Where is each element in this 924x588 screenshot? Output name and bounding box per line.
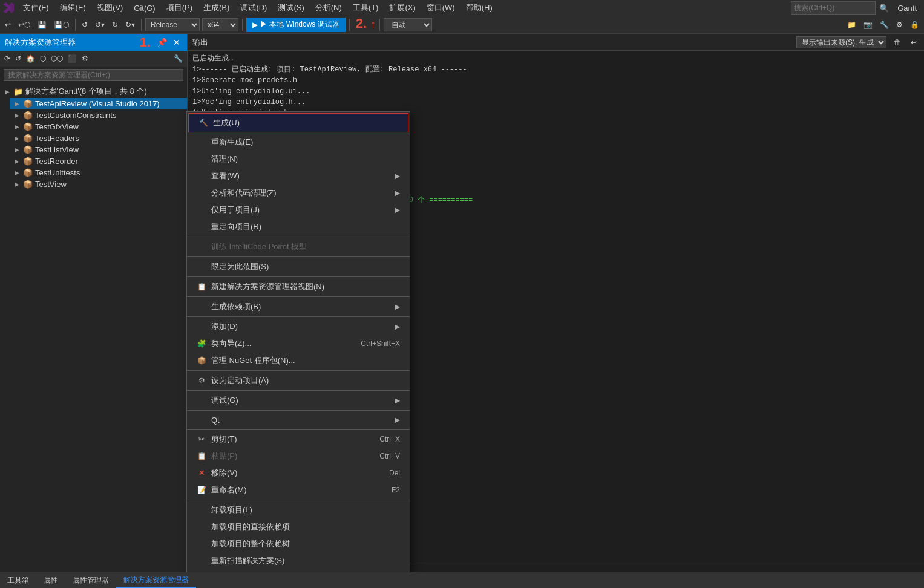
- filter-btn[interactable]: ⚙: [80, 54, 90, 64]
- forward-btn[interactable]: ⬡⬡: [49, 54, 65, 64]
- toolbar-right-3[interactable]: 🔧: [877, 19, 891, 30]
- project-item-4[interactable]: ▶ 📦 TestListView: [10, 144, 187, 155]
- menu-item-tools[interactable]: 工具(T): [348, 1, 384, 15]
- toolbar-btn-3[interactable]: 💾: [35, 19, 49, 30]
- x-icon: ✕: [197, 468, 206, 478]
- separator-2: [141, 19, 142, 31]
- menu-item-edit[interactable]: 编辑(E): [55, 1, 91, 15]
- tab-solution-explorer[interactable]: 解决方案资源管理器: [116, 572, 196, 588]
- toolbar-btn-1[interactable]: ↩: [2, 19, 13, 30]
- back-btn[interactable]: ⬡: [38, 54, 48, 64]
- menu-item-git[interactable]: Git(G): [129, 2, 160, 14]
- undo-btn[interactable]: ↺: [79, 19, 90, 30]
- ctx-paste-label: 粘贴(P): [211, 451, 237, 462]
- home-btn[interactable]: 🏠: [24, 54, 37, 64]
- ctx-remove[interactable]: ✕ 移除(V) Del: [187, 465, 410, 482]
- ctx-startup[interactable]: ⚙ 设为启动项目(A): [187, 372, 410, 389]
- ctx-show-db-errors[interactable]: 显示浏览数据库错误: [187, 569, 410, 572]
- ctx-rebuild[interactable]: 重新生成(E): [187, 134, 410, 151]
- menu-item-file[interactable]: 文件(F): [18, 1, 54, 15]
- pin-icon[interactable]: 📌: [155, 38, 169, 47]
- build-icon: 🔨: [198, 118, 208, 128]
- toolbar-right-1[interactable]: 📁: [845, 19, 859, 30]
- ctx-view[interactable]: 查看(W) ▶: [187, 168, 410, 185]
- menu-item-build[interactable]: 生成(B): [198, 1, 234, 15]
- ctx-deps-label: 生成依赖项(B): [211, 301, 261, 312]
- ctx-unload[interactable]: 卸载项目(L): [187, 501, 410, 518]
- ctx-scope[interactable]: 限定为此范围(S): [187, 258, 410, 275]
- ctx-load-direct[interactable]: 加载项目的直接依赖项: [187, 518, 410, 535]
- configuration-select[interactable]: Release Debug: [145, 18, 200, 31]
- project-item-6[interactable]: ▶ 📦 TestUnittests: [10, 167, 187, 178]
- ctx-nuget-left: 📦 管理 NuGet 程序包(N)...: [197, 355, 295, 366]
- toolbar: ↩ ↩⬡ 💾 💾⬡ ↺ ↺▾ ↻ ↻▾ Release Debug x64 x8…: [0, 16, 924, 34]
- project-item-1[interactable]: ▶ 📦 TestCustomConstraints: [10, 109, 187, 121]
- toolbar-right-5[interactable]: 🔒: [908, 19, 922, 30]
- toolbar-right-4[interactable]: ⚙: [894, 19, 905, 30]
- ctx-clean[interactable]: 清理(N): [187, 151, 410, 168]
- project-item-3[interactable]: ▶ 📦 TestHeaders: [10, 132, 187, 144]
- ctx-qt[interactable]: Qt ▶: [187, 412, 410, 428]
- ctx-debug[interactable]: 调试(G) ▶: [187, 392, 410, 409]
- project-label-4: TestListView: [35, 145, 79, 154]
- redo-btn[interactable]: ↻: [110, 19, 120, 30]
- menu-item-window[interactable]: 窗口(W): [422, 1, 460, 15]
- menu-item-project[interactable]: 项目(P): [162, 1, 197, 15]
- ctx-deps[interactable]: 生成依赖项(B) ▶: [187, 298, 410, 315]
- tab-property-manager[interactable]: 属性管理器: [65, 572, 116, 588]
- output-line-4: 1>Moc'ing entrydialog.h...: [192, 97, 919, 108]
- menu-item-extensions[interactable]: 扩展(X): [384, 1, 420, 15]
- sep-1: [187, 237, 410, 237]
- platform-select[interactable]: x64 x86: [202, 18, 238, 31]
- run-button[interactable]: ▶ ▶ 本地 Windows 调试器: [246, 18, 346, 32]
- ctx-retarget[interactable]: 重定向项目(R): [187, 218, 410, 235]
- menu-item-view[interactable]: 视图(V): [92, 1, 128, 15]
- tab-toolbox[interactable]: 工具箱: [0, 572, 36, 588]
- toolbar-btn-4[interactable]: 💾⬡: [51, 19, 71, 30]
- ctx-project-only[interactable]: 仅用于项目(J) ▶: [187, 201, 410, 218]
- tab-properties[interactable]: 属性: [36, 572, 65, 588]
- output-source-select[interactable]: 显示输出来源(S): 生成: [796, 36, 886, 48]
- output-clear-btn[interactable]: 🗑: [891, 37, 903, 48]
- solution-node[interactable]: ▶ 📁 解决方案'Gantt'(8 个项目，共 8 个): [0, 85, 187, 98]
- output-wrap-btn[interactable]: ↩: [908, 37, 919, 48]
- ctx-build[interactable]: 🔨 生成(U): [188, 113, 408, 132]
- menu-item-help[interactable]: 帮助(H): [461, 1, 497, 15]
- redo-btn-2[interactable]: ↻▾: [123, 19, 137, 30]
- ctx-analyze[interactable]: 分析和代码清理(Z) ▶: [187, 185, 410, 201]
- toolbar-right-2[interactable]: 📷: [861, 19, 875, 30]
- ctx-add[interactable]: 添加(D) ▶: [187, 318, 410, 335]
- menu-item-test[interactable]: 测试(S): [273, 1, 309, 15]
- refresh-btn[interactable]: ↺: [13, 54, 23, 64]
- ctx-intellicode: 训练 IntelliCode Poirot 模型: [187, 238, 410, 255]
- project-icon-5: 📦: [23, 157, 33, 166]
- ctx-new-view-label: 新建解决方案资源管理器视图(N): [211, 281, 324, 292]
- solution-search-input[interactable]: [4, 69, 183, 81]
- ctx-nuget[interactable]: 📦 管理 NuGet 程序包(N)...: [187, 352, 410, 369]
- sep-5: [187, 316, 410, 317]
- annotation-1-badge: 1.: [138, 34, 152, 50]
- ctx-new-view[interactable]: 📋 新建解决方案资源管理器视图(N): [187, 278, 410, 295]
- ctx-rename[interactable]: 📝 重命名(M) F2: [187, 482, 410, 498]
- menu-item-debug[interactable]: 调试(D): [235, 1, 272, 15]
- sync-btn[interactable]: ⟳: [2, 54, 12, 64]
- search-input[interactable]: [791, 1, 876, 15]
- undo-btn-2[interactable]: ↺▾: [93, 19, 107, 30]
- auto-select[interactable]: 自动: [384, 18, 432, 31]
- ctx-load-tree[interactable]: 加载项目的整个依赖树: [187, 535, 410, 552]
- ctx-paste-left: 📋 粘贴(P): [197, 451, 237, 462]
- search-icon[interactable]: 🔍: [879, 4, 889, 13]
- settings-btn[interactable]: 🔧: [172, 54, 185, 64]
- menu-item-analyze[interactable]: 分析(N): [310, 1, 347, 15]
- toolbar-btn-2[interactable]: ↩⬡: [16, 19, 33, 30]
- project-item-7[interactable]: ▶ 📦 TestView: [10, 178, 187, 190]
- scope-icon: [197, 262, 206, 272]
- ctx-cut[interactable]: ✂ 剪切(T) Ctrl+X: [187, 431, 410, 448]
- project-item-5[interactable]: ▶ 📦 TestReorder: [10, 155, 187, 167]
- project-item-2[interactable]: ▶ 📦 TestGfxView: [10, 121, 187, 132]
- project-item-0[interactable]: ▶ 📦 TestApiReview (Visual Studio 2017): [10, 98, 187, 109]
- ctx-class-wizard[interactable]: 🧩 类向导(Z)... Ctrl+Shift+X: [187, 335, 410, 352]
- ctx-rescan[interactable]: 重新扫描解决方案(S): [187, 552, 410, 569]
- close-icon[interactable]: ✕: [171, 38, 182, 47]
- collapse-btn[interactable]: ⬛: [66, 54, 79, 64]
